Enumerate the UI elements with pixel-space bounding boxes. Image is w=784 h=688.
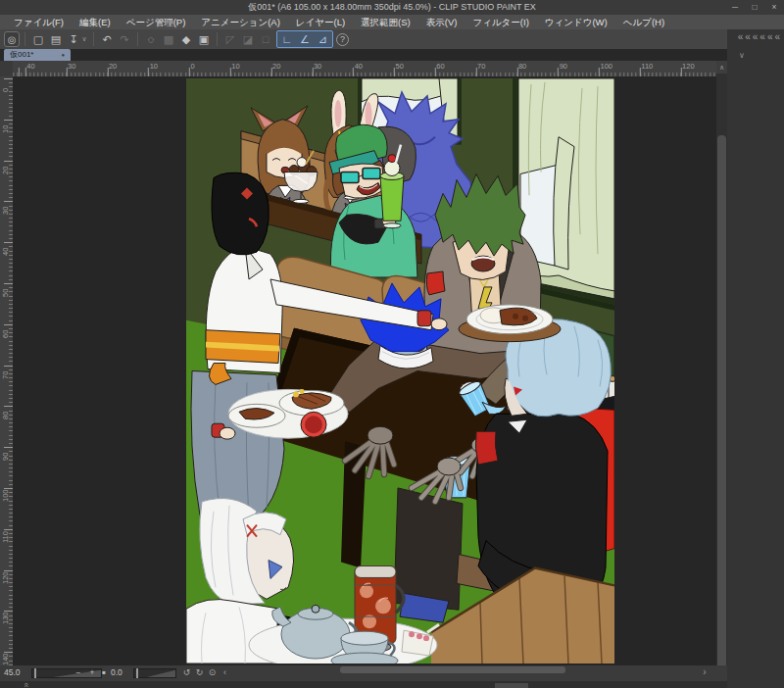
crop-frame-icon[interactable]: ▣ [196,31,212,47]
ruler-label-h: 50 [396,62,404,71]
ruler-label-v: 120 [1,571,10,584]
toolbar-separator [24,32,25,46]
ruler-label-h: 30 [68,62,75,71]
plain-square-icon[interactable]: □ [258,31,273,47]
ruler-label-h: 70 [477,62,485,71]
ruler-label-h: 40 [355,62,363,71]
modified-indicator-dot: ● [61,49,65,61]
menu-file[interactable]: ファイル(F) [6,15,72,29]
close-button[interactable]: × [768,0,780,15]
save-document-icon[interactable]: ↧ [66,31,81,47]
dock-expand-chevron-icon[interactable]: ∨ [739,51,745,60]
zoom-out-button[interactable]: − [73,666,84,679]
rotation-value[interactable]: 0.0 [111,667,122,677]
ruler-label-h: 100 [601,62,613,71]
gradient-icon[interactable]: ◪ [240,31,256,47]
ruler-label-v: 140 [1,654,10,665]
horizontal-scroll-thumb[interactable] [340,666,565,673]
dock-collapse-chevron-icon[interactable]: « [767,31,773,43]
menu-help[interactable]: ヘルプ(H) [615,15,672,29]
ruler-label-v: 20 [1,166,10,173]
rotate-right-icon[interactable]: ↻ [193,666,206,679]
collapse-statusbar-icon[interactable]: ‹ [219,666,231,679]
snap-grid-icon[interactable]: ⊿ [315,31,330,47]
dock-collapse-chevrons: «««««« [727,29,784,43]
ruler-label-h: 90 [560,62,567,71]
toolbar-separator [137,32,138,46]
menu-layer[interactable]: レイヤー(L) [288,15,353,29]
new-document-icon[interactable]: ▢ [30,31,46,47]
ruler-label-v: 10 [1,124,10,132]
title-bar[interactable]: 仮001* (A6 105.00 x 148.00mm 350dpi 45.0%… [0,0,784,15]
ruler-label-v: 80 [1,412,10,419]
clip-studio-paint-window: 仮001* (A6 105.00 x 148.00mm 350dpi 45.0%… [0,0,784,688]
collapsed-palette-dock: «««««« ∨ [727,29,784,688]
document-tab[interactable]: 仮001* ● [4,49,71,61]
ruler-label-v: 40 [1,248,10,256]
ruler-label-h: 80 [518,62,526,71]
deselect-icon[interactable]: ◌ [143,31,159,47]
zoom-in-button[interactable]: + [86,666,98,679]
save-dropdown-chevron-icon[interactable]: ∨ [80,31,88,47]
zoom-value[interactable]: 45.0 [4,667,21,677]
ruler-label-v: 70 [1,370,10,378]
redo-icon[interactable]: ↷ [117,31,132,47]
clip-studio-logo-icon[interactable]: ◎ [4,31,20,47]
ruler-corner [0,61,13,76]
menu-selection[interactable]: 選択範囲(S) [353,15,418,29]
document-tab-label: 仮001* [10,50,33,59]
dock-collapse-chevron-icon[interactable]: « [760,31,765,43]
snap-special-ruler-icon[interactable]: ∠ [297,31,313,47]
menu-window[interactable]: ウィンドウ(W) [537,15,615,29]
toolbar-separator [217,32,218,46]
ruler-label-h: 10 [231,62,239,71]
dock-collapse-chevron-icon[interactable]: « [745,31,751,43]
help-icon[interactable]: ? [336,33,349,46]
menu-bar: ファイル(F)編集(E)ページ管理(P)アニメーション(A)レイヤー(L)選択範… [0,15,784,29]
open-document-icon[interactable]: ▤ [48,31,64,47]
ruler-label-v: 60 [1,329,10,337]
scroll-right-icon[interactable]: › [698,665,711,679]
menu-page[interactable]: ページ管理(P) [119,15,194,29]
menu-animation[interactable]: アニメーション(A) [193,15,288,29]
scroll-up-icon[interactable]: ∧ [716,61,727,74]
toolbar-separator [93,32,94,46]
expand-panel-chevron-icon[interactable]: « [22,682,31,687]
ruler-label-v: 130 [1,613,10,625]
ruler-label-v: 100 [1,489,10,502]
ruler-label-h: 20 [272,62,280,71]
ruler-label-v: 0 [1,88,10,92]
maximize-button[interactable]: □ [749,0,760,15]
menu-view[interactable]: 表示(V) [418,15,466,29]
snap-ruler-icon[interactable]: ∟ [279,31,295,47]
fit-to-screen-button[interactable]: ■ [98,666,110,679]
undo-icon[interactable]: ↶ [99,31,115,47]
ruler-label-h: 30 [314,62,321,71]
menu-edit[interactable]: 編集(E) [72,15,119,29]
ruler-label-h: 110 [641,62,653,71]
vertical-scrollbar[interactable]: ∧ ∨ [716,61,727,665]
vertical-scroll-thumb[interactable] [717,135,726,688]
snap-toggle-group: ∟∠⊿ [276,30,333,48]
minimize-button[interactable]: ─ [729,0,741,15]
ruler-label-h: 20 [109,62,117,71]
ruler-label-v: 30 [1,207,10,215]
ruler-label-h: 0 [191,62,195,71]
scale-selection-icon[interactable]: ◸ [222,31,238,47]
dock-collapse-chevron-icon[interactable]: « [753,31,759,43]
canvas-artwork[interactable] [186,78,614,663]
dock-collapse-chevron-icon[interactable]: « [738,31,744,43]
rotation-slider[interactable] [133,668,176,678]
fill-icon[interactable]: ◆ [178,31,194,47]
collapsed-panel-handle[interactable] [495,683,528,688]
ruler-label-h: 60 [436,62,444,71]
ruler-label-h: 10 [150,62,158,71]
rotate-left-icon[interactable]: ↺ [180,666,193,679]
canvas-viewport[interactable] [13,76,716,665]
vertical-ruler: 0102030405060708090100110120130140 [0,76,13,665]
reselect-icon[interactable]: ▩ [161,31,176,47]
reset-view-icon[interactable]: ⊙ [206,666,219,679]
dock-collapse-chevron-icon[interactable]: « [774,31,780,43]
menu-filter[interactable]: フィルター(I) [465,15,536,29]
document-tab-bar: 仮001* ● [0,49,727,61]
